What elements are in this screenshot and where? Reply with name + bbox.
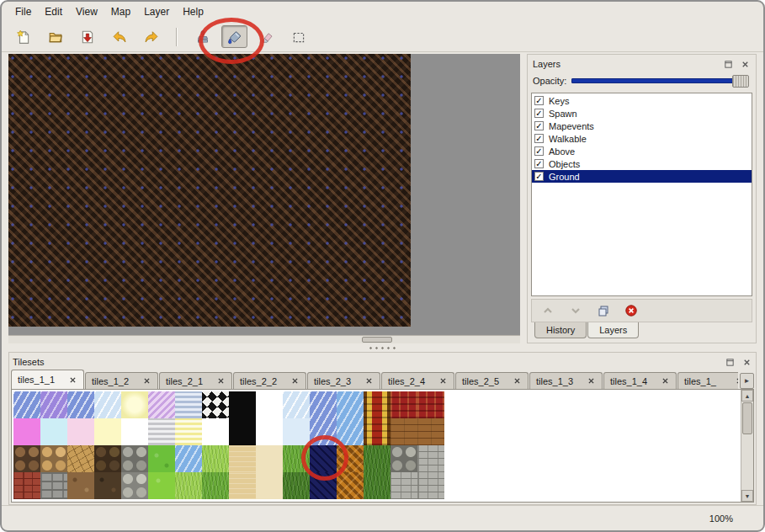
tile-wall-red[interactable]	[390, 391, 417, 418]
layer-row-walkable[interactable]: ✓Walkable	[532, 132, 752, 145]
scroll-down-icon[interactable]: ▼	[741, 490, 753, 502]
tile-grass-mid[interactable]	[283, 445, 310, 472]
map-horizontal-scrollbar[interactable]	[8, 335, 520, 343]
menu-view[interactable]: View	[69, 3, 104, 20]
menu-layer[interactable]: Layer	[137, 3, 176, 20]
tile-wood-planks[interactable]	[417, 418, 444, 445]
splitter-grip[interactable]	[368, 346, 398, 350]
tile-weave-orange[interactable]	[337, 472, 364, 499]
undo-button[interactable]	[106, 25, 132, 48]
layer-visibility-checkbox[interactable]: ✓	[534, 134, 544, 143]
menu-map[interactable]: Map	[104, 3, 137, 20]
layer-row-ground[interactable]: ✓Ground	[532, 170, 752, 183]
tile-water-blue[interactable]	[337, 391, 364, 418]
tile-pillar-gold[interactable]	[364, 391, 390, 418]
close-tab-icon[interactable]	[735, 376, 738, 386]
tile-navy-dark[interactable]	[310, 472, 337, 499]
tile-grass-mid[interactable]	[202, 472, 229, 499]
tile-brick-red[interactable]	[13, 472, 40, 499]
tile-stones-tan[interactable]	[40, 445, 67, 472]
tile-water-streaks[interactable]	[310, 418, 337, 445]
tile-cobble-gray[interactable]	[121, 445, 148, 472]
tile-grass-dark[interactable]	[364, 445, 390, 472]
tile-white[interactable]	[202, 418, 229, 445]
tab-layers[interactable]: Layers	[587, 322, 639, 338]
tile-green-lime[interactable]	[148, 472, 175, 499]
tile-stripes-blue[interactable]	[175, 391, 202, 418]
tile-navy-dark[interactable]	[310, 445, 337, 472]
tile-black[interactable]	[229, 391, 256, 418]
tile-grass-dark[interactable]	[283, 472, 310, 499]
layer-row-spawn[interactable]: ✓Spawn	[532, 107, 752, 120]
close-tab-icon[interactable]	[661, 376, 670, 386]
tile-white[interactable]	[121, 418, 148, 445]
redo-button[interactable]	[138, 25, 164, 48]
tileset-vertical-scrollbar[interactable]: ▲ ▼	[741, 390, 753, 502]
tile-cyan-pale[interactable]	[40, 418, 67, 445]
eraser-tool-button[interactable]	[253, 25, 279, 48]
tile-water-pale[interactable]	[283, 391, 310, 418]
scrollbar-thumb[interactable]	[742, 402, 752, 434]
tile-sand-pale[interactable]	[256, 445, 283, 472]
duplicate-layer-button[interactable]	[596, 303, 611, 318]
scrollbar-thumb[interactable]	[362, 337, 392, 343]
delete-layer-button[interactable]	[624, 303, 639, 318]
bucket-fill-tool-button[interactable]	[221, 25, 247, 48]
tile-grass-light[interactable]	[202, 445, 229, 472]
tile-stones-brown[interactable]	[13, 445, 40, 472]
layer-visibility-checkbox[interactable]: ✓	[534, 96, 544, 105]
tile-sand-pale[interactable]	[256, 472, 283, 499]
close-panel-icon[interactable]	[739, 58, 751, 70]
layer-visibility-checkbox[interactable]: ✓	[534, 121, 544, 130]
new-map-button[interactable]	[10, 25, 36, 48]
tile-pink-pale[interactable]	[67, 418, 94, 445]
tileset-tab-tiles_2_3[interactable]: tiles_2_3	[307, 372, 380, 389]
tile-water-purple[interactable]	[40, 391, 67, 418]
tile-sand-light[interactable]	[229, 445, 256, 472]
tab-history[interactable]: History	[534, 322, 587, 338]
layer-row-above[interactable]: ✓Above	[532, 145, 752, 157]
tile-bricks-gray[interactable]	[417, 472, 444, 499]
rect-select-tool-button[interactable]	[285, 25, 311, 48]
open-map-button[interactable]	[42, 25, 68, 48]
close-tab-icon[interactable]	[438, 376, 448, 386]
tile-grass-dark[interactable]	[364, 472, 390, 499]
tile-dirt-brown[interactable]	[67, 472, 94, 499]
tile-wall-red[interactable]	[417, 391, 444, 418]
tile-cobble-gray[interactable]	[390, 445, 417, 472]
tile-water-blue[interactable]	[175, 445, 202, 472]
layer-row-mapevents[interactable]: ✓Mapevents	[532, 120, 752, 132]
tile-water-pale[interactable]	[94, 391, 121, 418]
stamp-tool-button[interactable]	[189, 25, 215, 48]
tile-grass-light[interactable]	[175, 472, 202, 499]
tileset-tab-tiles_1_[interactable]: tiles_1_	[677, 372, 738, 389]
tileset-tab-tiles_2_4[interactable]: tiles_2_4	[381, 372, 454, 389]
tile-pink[interactable]	[13, 418, 40, 445]
layer-row-objects[interactable]: ✓Objects	[532, 157, 752, 170]
tileset-tab-tiles_1_4[interactable]: tiles_1_4	[603, 372, 677, 389]
tile-weave-orange[interactable]	[337, 445, 364, 472]
tile-sand-light[interactable]	[229, 472, 256, 499]
raise-layer-button[interactable]	[540, 303, 555, 318]
layer-visibility-checkbox[interactable]: ✓	[534, 109, 544, 118]
layer-row-keys[interactable]: ✓Keys	[532, 94, 752, 107]
lower-layer-button[interactable]	[568, 303, 583, 318]
tileset-tab-tiles_1_1[interactable]: tiles_1_1	[11, 370, 84, 389]
tile-square-yellow[interactable]	[121, 391, 148, 418]
close-tab-icon[interactable]	[216, 376, 226, 386]
layer-visibility-checkbox[interactable]: ✓	[534, 172, 544, 181]
tileset-tab-tiles_2_2[interactable]: tiles_2_2	[233, 372, 306, 389]
tile-wood-planks[interactable]	[390, 418, 417, 445]
save-map-button[interactable]	[74, 25, 100, 48]
tile-blue-pale[interactable]	[283, 418, 310, 445]
float-panel-icon[interactable]	[724, 356, 736, 368]
close-tab-icon[interactable]	[364, 376, 374, 386]
close-tab-icon[interactable]	[587, 376, 596, 386]
horizontal-splitter[interactable]	[2, 343, 763, 352]
tileset-tab-tiles_2_1[interactable]: tiles_2_1	[159, 372, 232, 389]
tileset-tab-tiles_2_5[interactable]: tiles_2_5	[455, 372, 529, 389]
menu-file[interactable]: File	[8, 3, 38, 20]
close-panel-icon[interactable]	[741, 356, 752, 368]
tile-water-blue[interactable]	[337, 418, 364, 445]
layer-visibility-checkbox[interactable]: ✓	[534, 146, 544, 156]
